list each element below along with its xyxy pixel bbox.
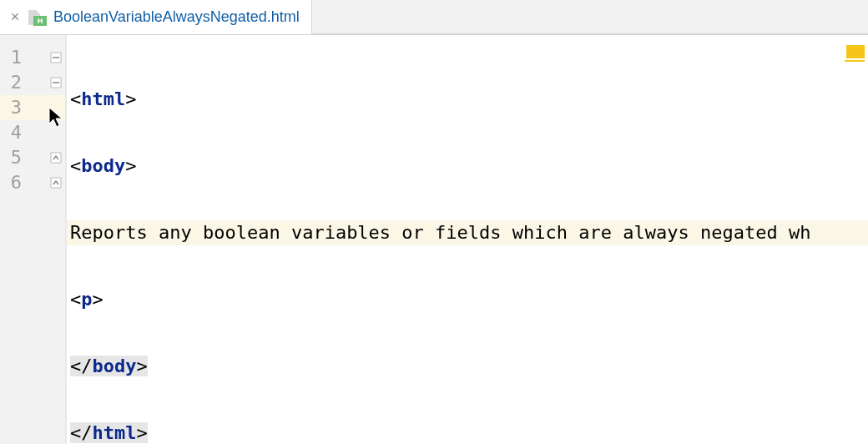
- fold-collapse-icon[interactable]: [50, 52, 62, 63]
- svg-rect-4: [51, 153, 61, 163]
- line-number[interactable]: 3: [0, 95, 32, 120]
- code-line[interactable]: Reports any boolean variables or fields …: [67, 220, 868, 245]
- tab-bar: × H BooleanVariableAlwaysNegated.html: [0, 0, 868, 35]
- line-number-gutter[interactable]: 1 2 3 4 5 6: [0, 35, 32, 444]
- line-number[interactable]: 5: [0, 145, 32, 170]
- fold-end-icon[interactable]: [50, 177, 62, 189]
- fold-collapse-icon[interactable]: [50, 77, 62, 88]
- fold-gutter: [32, 35, 65, 444]
- code-line[interactable]: <p>: [67, 287, 868, 312]
- warning-marker-icon[interactable]: [846, 45, 865, 58]
- code-line[interactable]: </body>: [67, 354, 868, 379]
- line-number[interactable]: 4: [0, 120, 32, 145]
- close-tab-icon[interactable]: ×: [8, 11, 22, 24]
- editor[interactable]: 1 2 3 4 5 6 <html>: [0, 35, 868, 444]
- line-number[interactable]: 2: [0, 70, 32, 95]
- scrollbar[interactable]: [856, 70, 868, 444]
- svg-rect-5: [51, 178, 61, 188]
- editor-tab[interactable]: × H BooleanVariableAlwaysNegated.html: [0, 0, 312, 34]
- code-line[interactable]: </html>: [67, 421, 868, 444]
- html-file-icon: H: [28, 10, 47, 25]
- code-line[interactable]: <body>: [67, 154, 868, 179]
- warning-underline: [845, 60, 865, 62]
- line-number[interactable]: 1: [0, 45, 32, 70]
- code-area[interactable]: <html> <body> Reports any boolean variab…: [67, 35, 868, 444]
- tab-title: BooleanVariableAlwaysNegated.html: [53, 8, 300, 26]
- tab-bar-empty: [312, 0, 868, 34]
- fold-end-icon[interactable]: [50, 152, 62, 164]
- line-number[interactable]: 6: [0, 170, 32, 195]
- code-line[interactable]: <html>: [67, 87, 868, 112]
